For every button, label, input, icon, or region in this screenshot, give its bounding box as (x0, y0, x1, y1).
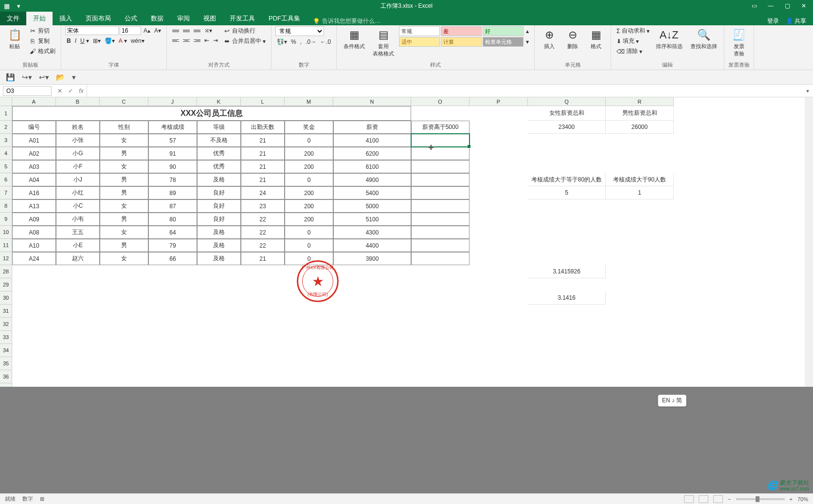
zoom-in-button[interactable]: + (790, 496, 793, 502)
cell[interactable]: 24 (241, 186, 285, 199)
zoom-slider[interactable] (736, 498, 785, 500)
cell[interactable]: 女 (100, 226, 148, 239)
cell[interactable] (411, 199, 470, 213)
row-header[interactable]: 1 (0, 106, 12, 121)
cell[interactable]: 21 (241, 160, 285, 173)
cell[interactable] (411, 239, 470, 252)
cell[interactable]: 及格 (197, 173, 241, 186)
row-header[interactable]: 11 (0, 239, 12, 252)
row-header[interactable]: 36 (0, 370, 12, 383)
cell[interactable]: 男 (100, 147, 148, 160)
cell[interactable]: 0 (285, 239, 333, 252)
align-center-button[interactable] (181, 36, 191, 45)
increase-indent-button[interactable]: ⇥ (212, 36, 219, 44)
bold-button[interactable]: B (65, 37, 72, 45)
increase-decimal-button[interactable]: .0→ (304, 38, 318, 46)
cell[interactable]: 女 (100, 160, 148, 173)
merge-center-button[interactable]: ⬌合并后居中▾ (221, 36, 267, 46)
align-bottom-button[interactable] (192, 26, 202, 35)
cell[interactable]: 23400 (528, 121, 606, 134)
cell[interactable]: 等级 (197, 121, 241, 134)
accept-formula-button[interactable]: ✓ (65, 88, 76, 94)
cell[interactable]: 79 (148, 239, 197, 252)
fill-button[interactable]: ⬇填充▾ (615, 36, 650, 46)
cell[interactable] (411, 134, 470, 147)
align-top-button[interactable] (171, 26, 181, 35)
cell[interactable]: 优秀 (197, 147, 241, 160)
cell[interactable]: 考核成绩 (148, 121, 197, 134)
cell[interactable]: 优秀 (197, 160, 241, 173)
decrease-decimal-button[interactable]: ←.0 (319, 38, 332, 46)
zoom-out-button[interactable]: − (728, 496, 731, 502)
cell[interactable]: 小C (56, 199, 100, 213)
style-bad[interactable]: 差 (441, 26, 482, 36)
cell[interactable]: 出勤天数 (241, 121, 285, 134)
cell[interactable]: 小E (56, 239, 100, 252)
column-header[interactable]: C (100, 97, 148, 106)
style-neutral[interactable]: 适中 (399, 37, 440, 47)
column-header[interactable]: K (197, 97, 241, 106)
style-calc[interactable]: 计算 (441, 37, 482, 47)
worksheet-grid[interactable]: ABCJKLMNOPQR 123456789101112282930313233… (0, 97, 813, 399)
row-header[interactable]: 35 (0, 357, 12, 370)
ribbon-options-icon[interactable]: ▭ (748, 1, 760, 11)
conditional-format-button[interactable]: ▦条件格式 (341, 26, 368, 52)
style-down-button[interactable]: ▾ (524, 38, 530, 46)
cell[interactable] (411, 226, 470, 239)
cell[interactable]: A08 (12, 226, 56, 239)
cell[interactable]: 0 (285, 226, 333, 239)
align-middle-button[interactable] (181, 26, 191, 35)
cell[interactable]: 64 (148, 226, 197, 239)
cell[interactable]: 6100 (333, 160, 411, 173)
font-color-button[interactable]: A▾ (117, 37, 128, 45)
name-box[interactable] (3, 86, 52, 96)
cell[interactable]: 0 (285, 134, 333, 147)
cell[interactable]: 200 (285, 186, 333, 199)
row-header[interactable]: 31 (0, 305, 12, 318)
cell[interactable]: 男 (100, 213, 148, 226)
cell[interactable]: 考核成绩大于90人数 (606, 173, 674, 186)
cell[interactable]: 男 (100, 239, 148, 252)
cell[interactable]: 87 (148, 199, 197, 213)
tab-review[interactable]: 审阅 (170, 12, 197, 25)
tab-file[interactable]: 文件 (0, 12, 26, 25)
format-painter-button[interactable]: 🖌格式刷 (27, 47, 57, 56)
cell[interactable]: A10 (12, 239, 56, 252)
increase-font-button[interactable]: A▴ (142, 27, 152, 35)
cell[interactable]: A02 (12, 147, 56, 160)
maximize-button[interactable]: ▢ (781, 1, 794, 11)
fill-color-button[interactable]: 🪣▾ (103, 37, 116, 45)
table-format-button[interactable]: ▤套用 表格格式 (370, 26, 397, 59)
row-header[interactable]: 6 (0, 173, 12, 186)
cell[interactable]: 78 (148, 173, 197, 186)
column-header[interactable]: P (470, 97, 528, 106)
insert-cells-button[interactable]: ⊕插入 (539, 26, 560, 52)
cell[interactable]: A24 (12, 252, 56, 265)
orientation-button[interactable]: ⤭▾ (203, 27, 214, 35)
currency-button[interactable]: 💱▾ (275, 38, 289, 46)
tab-layout[interactable]: 页面布局 (79, 12, 118, 25)
cell[interactable]: A09 (12, 213, 56, 226)
style-normal[interactable]: 常规 (399, 26, 440, 36)
column-header[interactable]: M (285, 97, 333, 106)
page-break-view-button[interactable] (713, 495, 723, 503)
number-format-combo[interactable]: 常规 (275, 26, 324, 36)
down-icon[interactable]: ▾ (15, 2, 22, 10)
cell[interactable]: 5 (528, 186, 606, 199)
row-header[interactable]: 2 (0, 121, 12, 134)
zoom-level[interactable]: 70% (797, 496, 808, 502)
cell[interactable]: 0 (285, 173, 333, 186)
column-header[interactable]: L (241, 97, 285, 106)
cell[interactable]: 薪资高于5000 (411, 121, 470, 134)
cell[interactable]: 21 (241, 147, 285, 160)
row-header[interactable]: 7 (0, 186, 12, 199)
row-header[interactable]: 30 (0, 291, 12, 305)
cell[interactable]: 薪资 (333, 121, 411, 134)
cell[interactable]: 21 (241, 252, 285, 265)
formula-input[interactable] (87, 85, 802, 97)
cell[interactable]: 5400 (333, 186, 411, 199)
login-link[interactable]: 登录 (767, 17, 779, 25)
align-right-button[interactable] (192, 36, 202, 45)
cell[interactable]: 4400 (333, 239, 411, 252)
qat-more-button[interactable]: ▾ (72, 73, 76, 82)
